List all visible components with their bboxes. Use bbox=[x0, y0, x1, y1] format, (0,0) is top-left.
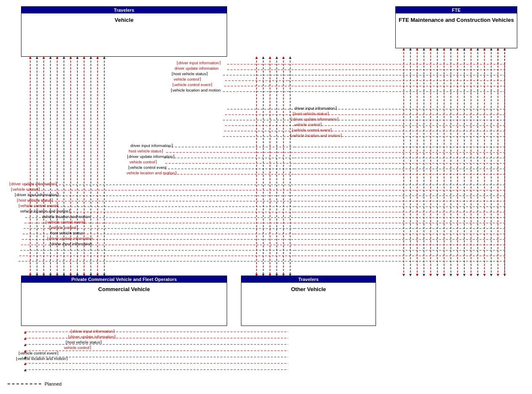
commercial-header: Private Commercial Vehicle and Fleet Ope… bbox=[21, 276, 227, 283]
label-vehicle-ctrl-event-bot: ⌊vehicle control event⌉ bbox=[19, 351, 58, 355]
svg-marker-46 bbox=[275, 56, 278, 59]
label-host-vehicle-low2: host vehicle status bbox=[50, 231, 83, 235]
svg-marker-65 bbox=[423, 274, 425, 276]
svg-marker-62 bbox=[416, 274, 418, 276]
other-vehicle-node: Travelers Other Vehicle bbox=[241, 276, 376, 326]
label-host-vehicle-low: ⌊host vehicle status⌉ bbox=[17, 198, 53, 202]
other-title: Other Vehicle bbox=[241, 283, 376, 296]
svg-marker-95 bbox=[490, 274, 492, 276]
label-vehicle-control-event-1: ⌊vehicle control event⌉ bbox=[172, 82, 212, 87]
label-driver-input-low2: ⌊driver input information bbox=[50, 242, 92, 246]
label-driver-update-1: driver update information bbox=[175, 66, 219, 71]
vehicle-node: Travelers Vehicle bbox=[21, 6, 227, 57]
legend: Planned bbox=[8, 381, 61, 386]
svg-marker-173 bbox=[24, 344, 26, 346]
svg-marker-40 bbox=[262, 56, 265, 59]
label-driver-input-fte: driver input information⌉ bbox=[294, 106, 337, 110]
fte-title: FTE Maintenance and Construction Vehicle… bbox=[396, 13, 517, 26]
label-driver-update-mid: ⌊driver update information⌉ bbox=[127, 154, 175, 159]
diagram-container: Travelers Vehicle FTE FTE Maintenance an… bbox=[0, 0, 532, 394]
label-host-vehicle-fte: ⌊host vehicle status⌉ bbox=[293, 111, 329, 116]
label-vehicle-ctrl-event-mid: ⌊vehicle control event bbox=[128, 165, 167, 170]
label-vehicle-control-1: vehicle control⌉ bbox=[174, 77, 201, 81]
svg-marker-74 bbox=[443, 274, 445, 276]
svg-marker-89 bbox=[476, 274, 479, 276]
commercial-node: Private Commercial Vehicle and Fleet Ope… bbox=[21, 276, 227, 326]
svg-marker-171 bbox=[24, 337, 26, 340]
svg-marker-101 bbox=[503, 274, 506, 276]
vehicle-header: Travelers bbox=[21, 7, 227, 13]
vehicle-title: Vehicle bbox=[21, 13, 227, 26]
label-vehicle-control-fte: vehicle control⌉ bbox=[294, 122, 322, 127]
label-driver-input-low: ⌊driver input information⌉ bbox=[15, 192, 59, 197]
svg-marker-59 bbox=[409, 274, 412, 276]
label-driver-input-1: ⌊driver input information⌉ bbox=[177, 60, 221, 65]
fte-header: FTE bbox=[396, 7, 517, 13]
svg-marker-68 bbox=[429, 274, 432, 276]
label-vehicle-loc-mid: vehicle location and motion⌉ bbox=[127, 171, 177, 175]
svg-marker-92 bbox=[483, 274, 486, 276]
label-vehicle-ctrl-bot: vehicle control⌉ bbox=[64, 345, 91, 350]
label-driver-input-mid: driver input information⌉ bbox=[130, 143, 173, 148]
legend-label: Planned bbox=[45, 381, 61, 386]
label-driver-update-low: ⌊driver update information⌉ bbox=[9, 181, 57, 186]
other-header: Travelers bbox=[241, 276, 376, 283]
label-vehicle-ctrl-mid: vehicle control⌉ bbox=[130, 160, 157, 164]
label-vehicle-loc-bot: ⌊vehicle location and motion⌉ bbox=[16, 356, 68, 361]
label-host-vehicle-1: ⌊host vehicle status⌉ bbox=[172, 71, 208, 76]
label-vehicle-loc-low1: vehicle location and motion⌉ bbox=[20, 209, 70, 213]
svg-marker-169 bbox=[24, 331, 26, 334]
commercial-title: Commercial Vehicle bbox=[21, 283, 227, 296]
svg-marker-98 bbox=[497, 274, 499, 276]
label-vehicle-ctrl-event-low2: ⌊vehicle control event⌉ bbox=[45, 220, 85, 224]
svg-marker-179 bbox=[24, 362, 26, 365]
label-driver-update-low2: ⌊driver update information bbox=[47, 236, 93, 241]
label-host-vehicle-mid: host vehicle status⌉ bbox=[129, 149, 163, 153]
fte-node: FTE FTE Maintenance and Construction Veh… bbox=[395, 6, 517, 48]
label-vehicle-ctrl-event-fte: ⌊vehicle control event⌉ bbox=[292, 128, 332, 132]
svg-marker-52 bbox=[289, 56, 291, 59]
svg-marker-49 bbox=[282, 56, 285, 59]
svg-marker-43 bbox=[269, 56, 271, 59]
svg-marker-181 bbox=[24, 369, 26, 371]
label-vehicle-loc-fte: ⌊vehicle location and motion⌉ bbox=[290, 133, 342, 138]
svg-marker-56 bbox=[402, 274, 405, 276]
label-host-vehicle-bot: ⌊host vehicle status⌉ bbox=[66, 340, 102, 344]
svg-marker-80 bbox=[456, 274, 459, 276]
label-vehicle-ctrl-low2: ⌊vehicle control⌉ bbox=[49, 225, 78, 230]
label-driver-input-bot: ⌊driver input information⌉ bbox=[71, 329, 115, 334]
label-vehicle-location-1: ⌊vehicle location and motion bbox=[171, 88, 221, 92]
legend-line bbox=[8, 383, 41, 384]
svg-marker-77 bbox=[450, 274, 452, 276]
label-vehicle-loc-low2: vehicle location and motion bbox=[42, 214, 90, 219]
label-vehicle-ctrl-event-low: ⌊vehicle control event⌉ bbox=[19, 203, 58, 208]
label-driver-update-fte: ⌊driver update information⌉ bbox=[291, 117, 339, 121]
svg-marker-71 bbox=[436, 274, 439, 276]
svg-marker-83 bbox=[463, 274, 466, 276]
label-driver-update-bot: ⌊driver update information⌉ bbox=[68, 334, 116, 339]
svg-marker-86 bbox=[470, 274, 472, 276]
svg-marker-37 bbox=[255, 56, 258, 59]
label-vehicle-ctrl-low: ⌊vehicle control⌉ bbox=[11, 187, 40, 192]
